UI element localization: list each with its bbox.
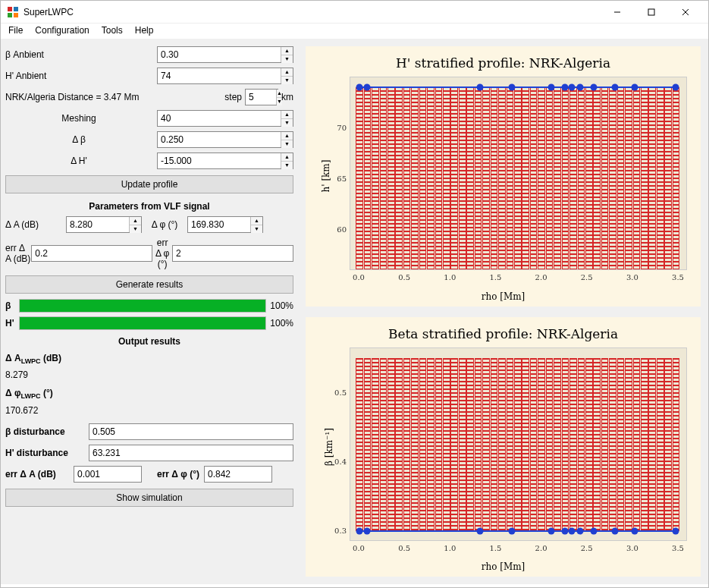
vlf-dA-spin[interactable]: ▲▼ bbox=[66, 216, 142, 233]
spin-up-icon[interactable]: ▲ bbox=[130, 217, 141, 225]
x-tick: 3.5 bbox=[672, 273, 684, 281]
prog-h-pct: 100% bbox=[266, 318, 293, 329]
spin-down-icon[interactable]: ▼ bbox=[281, 140, 293, 148]
vlf-dphi-input[interactable] bbox=[188, 217, 250, 232]
prog-beta-label: β bbox=[5, 300, 19, 311]
spin-up-icon[interactable]: ▲ bbox=[251, 217, 262, 225]
x-tick: 0.5 bbox=[398, 544, 410, 552]
spin-up-icon[interactable]: ▲ bbox=[281, 68, 293, 77]
x-tick: 1.5 bbox=[489, 544, 501, 552]
update-profile-button[interactable]: Update profile bbox=[5, 175, 293, 193]
left-panel: β Anbient ▲▼ H' Anbient ▲▼ NRK/Algeria D… bbox=[1, 39, 298, 584]
maximize-button[interactable] bbox=[634, 2, 668, 23]
h-dist-label: H' disturbance bbox=[5, 448, 89, 458]
close-button[interactable] bbox=[668, 2, 702, 23]
spin-down-icon[interactable]: ▼ bbox=[281, 55, 293, 63]
x-tick: 0.0 bbox=[353, 544, 365, 552]
chart-beta-profile: Beta stratified profile: NRK-Algeria0.00… bbox=[306, 317, 701, 577]
beta-ambient-spin[interactable]: ▲▼ bbox=[157, 46, 293, 63]
x-tick: 2.0 bbox=[535, 273, 547, 281]
vlf-err-dA-label: err Δ A (dB) bbox=[5, 243, 31, 264]
dbeta-spin[interactable]: ▲▼ bbox=[157, 131, 293, 148]
show-simulation-button[interactable]: Show simulation bbox=[5, 489, 293, 507]
x-tick: 2.0 bbox=[535, 544, 547, 552]
menu-file[interactable]: File bbox=[8, 25, 23, 36]
step-unit: km bbox=[281, 92, 293, 102]
minimize-button[interactable] bbox=[600, 2, 634, 23]
out-err-dphi-label: err Δ φ (°) bbox=[142, 469, 204, 480]
y-tick: 0.3 bbox=[334, 526, 347, 534]
out-dA-lwpc-value: 8.279 bbox=[5, 369, 293, 380]
meshing-spin[interactable]: ▲▼ bbox=[157, 110, 293, 127]
vlf-err-dA-input[interactable] bbox=[31, 245, 152, 262]
menubar: File Configuration Tools Help bbox=[1, 24, 708, 39]
x-tick: 0.5 bbox=[398, 273, 410, 281]
chart-ylabel: β [km⁻¹] bbox=[324, 428, 334, 466]
x-tick: 2.5 bbox=[581, 273, 593, 281]
chart-xlabel: rho [Mm] bbox=[306, 291, 701, 302]
menu-tools[interactable]: Tools bbox=[102, 25, 123, 36]
spin-up-icon[interactable]: ▲ bbox=[281, 153, 293, 162]
spin-up-icon[interactable]: ▲ bbox=[281, 111, 293, 119]
spin-down-icon[interactable]: ▼ bbox=[130, 225, 141, 233]
step-spin[interactable]: ▲▼ bbox=[245, 89, 278, 105]
vlf-err-dphi-label: err Δ φ (°) bbox=[152, 237, 172, 269]
svg-rect-2 bbox=[8, 13, 12, 17]
out-dA-lwpc-label: Δ ALWPC (dB) bbox=[5, 353, 293, 365]
vlf-err-dphi-input[interactable] bbox=[172, 245, 293, 262]
out-dphi-lwpc-label: Δ φLWPC (°) bbox=[5, 388, 293, 400]
x-tick: 3.0 bbox=[626, 273, 638, 281]
x-tick: 3.0 bbox=[626, 544, 638, 552]
h-ambient-input[interactable] bbox=[158, 68, 281, 83]
x-tick: 1.0 bbox=[444, 273, 456, 281]
y-tick: 65 bbox=[337, 175, 347, 183]
spin-up-icon[interactable]: ▲ bbox=[281, 47, 293, 55]
vlf-dA-label: Δ A (dB) bbox=[5, 219, 66, 230]
out-err-dA-input[interactable] bbox=[74, 466, 142, 483]
dbeta-label: Δ β bbox=[5, 134, 157, 145]
x-tick: 1.0 bbox=[444, 544, 456, 552]
spin-down-icon[interactable]: ▼ bbox=[251, 225, 262, 233]
beta-ambient-input[interactable] bbox=[158, 47, 281, 62]
generate-results-button[interactable]: Generate results bbox=[5, 275, 293, 294]
svg-rect-0 bbox=[8, 7, 12, 11]
chart-title: Beta stratified profile: NRK-Algeria bbox=[306, 317, 701, 341]
y-tick: 0.4 bbox=[334, 457, 347, 465]
prog-beta-pct: 100% bbox=[266, 300, 293, 311]
window-title: SuperLWPC bbox=[24, 7, 600, 17]
beta-ambient-label: β Anbient bbox=[5, 49, 157, 60]
h-dist-input[interactable] bbox=[89, 445, 293, 461]
spin-up-icon[interactable]: ▲ bbox=[281, 132, 293, 140]
meshing-input[interactable] bbox=[158, 111, 281, 126]
x-tick: 3.5 bbox=[672, 544, 684, 552]
vlf-dA-input[interactable] bbox=[67, 217, 129, 232]
dh-input[interactable] bbox=[158, 153, 281, 168]
dbeta-input[interactable] bbox=[158, 132, 281, 147]
titlebar: SuperLWPC bbox=[1, 1, 708, 24]
step-label: step bbox=[224, 92, 242, 102]
beta-dist-input[interactable] bbox=[89, 423, 293, 440]
x-tick: 0.0 bbox=[353, 273, 365, 281]
spin-down-icon[interactable]: ▼ bbox=[281, 119, 293, 127]
plot-area bbox=[350, 347, 687, 541]
output-section-title: Output results bbox=[5, 336, 293, 347]
out-err-dphi-input[interactable] bbox=[204, 466, 272, 483]
spin-down-icon[interactable]: ▼ bbox=[281, 162, 293, 169]
svg-rect-5 bbox=[648, 9, 654, 15]
h-ambient-spin[interactable]: ▲▼ bbox=[157, 68, 293, 84]
out-dphi-lwpc-value: 170.672 bbox=[5, 405, 293, 416]
menu-help[interactable]: Help bbox=[135, 25, 154, 36]
y-tick: 0.5 bbox=[334, 388, 347, 396]
svg-rect-1 bbox=[14, 7, 18, 11]
x-tick: 2.5 bbox=[581, 544, 593, 552]
plot-area bbox=[350, 77, 687, 270]
step-input[interactable] bbox=[246, 90, 276, 105]
vlf-section-title: Parameters from VLF signal bbox=[5, 201, 293, 212]
spin-down-icon[interactable]: ▼ bbox=[281, 77, 293, 84]
app-icon bbox=[7, 6, 19, 18]
dh-spin[interactable]: ▲▼ bbox=[157, 153, 293, 169]
vlf-dphi-spin[interactable]: ▲▼ bbox=[187, 216, 263, 233]
menu-configuration[interactable]: Configuration bbox=[35, 25, 89, 36]
h-ambient-label: H' Anbient bbox=[5, 71, 157, 81]
chart-xlabel: rho [Mm] bbox=[306, 561, 701, 572]
